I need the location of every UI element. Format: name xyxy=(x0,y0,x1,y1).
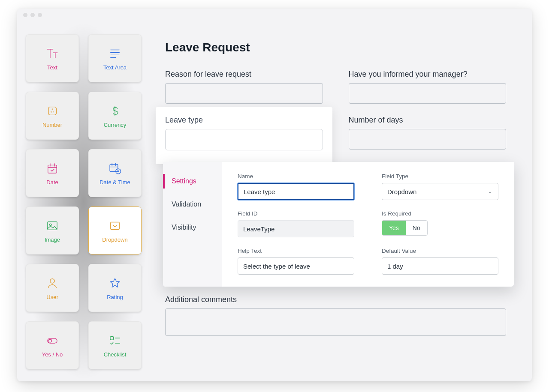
svg-point-9 xyxy=(50,278,54,283)
svg-rect-8 xyxy=(111,222,119,229)
prop-required: Is Required Yes No xyxy=(382,210,498,237)
palette-label: Rating xyxy=(107,294,123,300)
field-input[interactable] xyxy=(349,83,507,104)
palette-label: Number xyxy=(42,122,62,128)
svg-point-7 xyxy=(50,224,51,225)
fieldtype-select[interactable]: ⌄ xyxy=(382,183,498,200)
prop-label: Field Type xyxy=(382,173,498,180)
date-icon xyxy=(45,161,60,176)
dropdown-icon xyxy=(108,218,122,233)
field-palette: Text Text Area 12 3 Number Currency Date xyxy=(17,21,150,381)
chevron-down-icon: ⌄ xyxy=(488,189,492,195)
field-textarea[interactable] xyxy=(165,308,506,336)
palette-dropdown[interactable]: Dropdown xyxy=(88,206,142,254)
field-label: Number of days xyxy=(349,116,507,125)
palette-label: Text xyxy=(47,64,57,71)
required-toggle[interactable]: Yes No xyxy=(382,220,428,236)
prop-name: Name xyxy=(238,173,354,200)
tab-visibility[interactable]: Visibility xyxy=(163,216,222,239)
required-no[interactable]: No xyxy=(406,221,427,235)
prop-fieldid: Field ID xyxy=(238,210,354,237)
prop-label: Field ID xyxy=(238,210,354,217)
field-days[interactable]: Number of days xyxy=(349,116,507,160)
palette-label: Date xyxy=(46,179,58,186)
palette-checklist[interactable]: Checklist xyxy=(88,321,142,369)
tab-validation[interactable]: Validation xyxy=(163,193,222,216)
palette-image[interactable]: Image xyxy=(26,206,79,254)
palette-label: Dropdown xyxy=(102,236,127,243)
name-input[interactable] xyxy=(238,183,354,200)
window-dot xyxy=(30,13,35,17)
field-informed[interactable]: Have you informed your manager? xyxy=(349,70,507,104)
palette-date[interactable]: Date xyxy=(26,149,79,197)
window-dot xyxy=(23,13,27,17)
palette-datetime[interactable]: Date & Time xyxy=(88,149,142,197)
prop-label: Default Value xyxy=(382,248,498,254)
text-icon xyxy=(45,46,60,61)
palette-label: Date & Time xyxy=(100,179,130,186)
textarea-icon xyxy=(108,46,122,61)
prop-label: Is Required xyxy=(382,210,498,217)
image-icon xyxy=(45,218,60,233)
fieldid-input[interactable] xyxy=(238,220,354,237)
palette-user[interactable]: User xyxy=(26,264,79,312)
yesno-icon xyxy=(45,333,60,348)
field-label: Leave type xyxy=(165,116,323,125)
svg-rect-3 xyxy=(48,165,57,173)
svg-text:1: 1 xyxy=(51,108,53,110)
palette-label: Yes / No xyxy=(42,351,63,358)
window-titlebar xyxy=(17,9,532,21)
prop-label: Name xyxy=(238,173,354,180)
field-reason[interactable]: Reason for leave request xyxy=(165,70,323,104)
palette-label: Image xyxy=(45,236,60,243)
number-icon: 12 3 xyxy=(45,104,60,118)
field-label: Reason for leave request xyxy=(165,70,323,79)
currency-icon xyxy=(108,104,122,118)
field-label: Have you informed your manager? xyxy=(349,70,507,79)
user-icon xyxy=(45,276,60,290)
svg-rect-4 xyxy=(110,164,118,171)
svg-text:2 3: 2 3 xyxy=(51,111,54,114)
svg-point-11 xyxy=(49,339,52,342)
svg-rect-10 xyxy=(48,338,57,343)
palette-textarea[interactable]: Text Area xyxy=(88,34,142,82)
palette-currency[interactable]: Currency xyxy=(88,92,142,140)
field-input[interactable] xyxy=(165,83,323,104)
property-body: Name Field Type ⌄ Field ID Is Required Y… xyxy=(222,162,514,287)
svg-rect-12 xyxy=(110,336,114,340)
property-panel: Settings Validation Visibility Name Fiel… xyxy=(163,162,514,287)
palette-number[interactable]: 12 3 Number xyxy=(26,92,79,140)
rating-icon xyxy=(108,276,122,290)
field-leavetype[interactable]: Leave type xyxy=(156,107,332,164)
app-window: Text Text Area 12 3 Number Currency Date xyxy=(17,9,532,381)
field-label: Additional comments xyxy=(165,295,506,304)
form-title: Leave Request xyxy=(165,41,506,54)
palette-label: Text Area xyxy=(103,64,127,71)
prop-helptext: Help Text xyxy=(238,248,354,275)
field-input[interactable] xyxy=(349,129,507,150)
fieldtype-value[interactable] xyxy=(382,183,498,200)
palette-text[interactable]: Text xyxy=(26,34,79,82)
prop-fieldtype: Field Type ⌄ xyxy=(382,173,498,200)
field-input[interactable] xyxy=(165,129,323,150)
palette-yesno[interactable]: Yes / No xyxy=(26,321,79,369)
required-yes[interactable]: Yes xyxy=(382,221,406,235)
palette-label: Checklist xyxy=(104,351,127,358)
palette-rating[interactable]: Rating xyxy=(88,264,142,312)
svg-rect-6 xyxy=(48,221,57,230)
property-tabs: Settings Validation Visibility xyxy=(163,162,222,287)
checklist-icon xyxy=(108,333,122,348)
tab-settings[interactable]: Settings xyxy=(163,170,222,193)
defaultvalue-input[interactable] xyxy=(382,257,498,275)
palette-label: User xyxy=(46,294,58,300)
datetime-icon xyxy=(108,161,122,176)
palette-label: Currency xyxy=(104,122,127,128)
field-comments[interactable]: Additional comments xyxy=(165,295,506,336)
window-dot xyxy=(38,13,42,17)
prop-defaultvalue: Default Value xyxy=(382,248,498,275)
prop-label: Help Text xyxy=(238,248,354,254)
helptext-input[interactable] xyxy=(238,257,354,275)
